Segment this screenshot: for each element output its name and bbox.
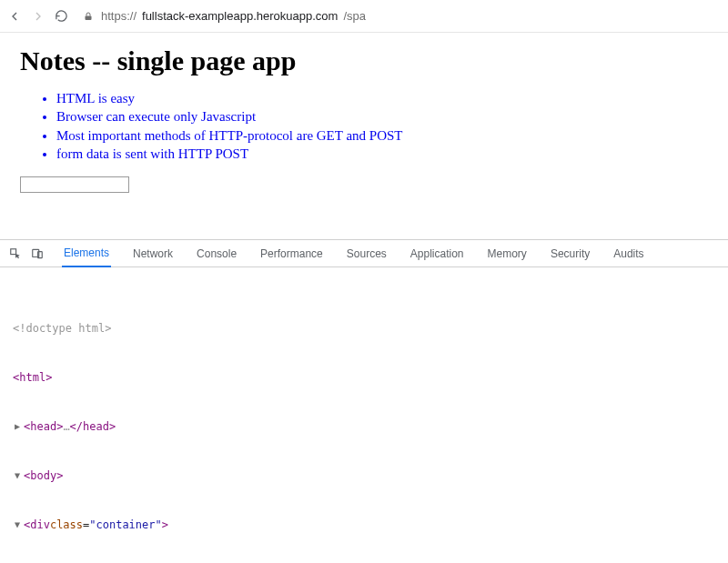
reload-icon[interactable] (55, 9, 68, 23)
devtools-toolbar: Elements Network Console Performance Sou… (0, 240, 728, 267)
tab-performance[interactable]: Performance (258, 240, 325, 267)
svg-rect-1 (11, 248, 16, 254)
page-title: Notes -- single page app (20, 45, 713, 76)
tab-security[interactable]: Security (549, 240, 592, 267)
note-input[interactable] (20, 176, 129, 193)
tab-sources[interactable]: Sources (345, 240, 389, 267)
dom-doctype: <!doctype html> (13, 320, 111, 337)
tab-audits[interactable]: Audits (612, 240, 645, 267)
notes-list: HTML is easy Browser can execute only Ja… (20, 89, 713, 163)
lock-icon (83, 11, 94, 22)
list-item: Browser can execute only Javascript (56, 107, 713, 126)
url-scheme: https:// (101, 9, 136, 23)
url-path: /spa (343, 9, 366, 23)
browser-toolbar: https://fullstack-exampleapp.herokuapp.c… (0, 0, 728, 33)
device-toggle-icon[interactable] (31, 247, 44, 260)
dom-tree[interactable]: ⋯ <!doctype html> <html> ▶<head>…</head>… (0, 267, 728, 563)
url-host: fullstack-exampleapp.herokuapp.com (142, 9, 338, 23)
devtools-panel: Elements Network Console Performance Sou… (0, 239, 728, 563)
tab-memory[interactable]: Memory (486, 240, 529, 267)
inspect-icon[interactable] (9, 247, 22, 260)
devtools-tabs: Elements Network Console Performance Sou… (62, 240, 646, 267)
list-item: HTML is easy (56, 89, 713, 107)
tab-console[interactable]: Console (195, 240, 238, 267)
tab-network[interactable]: Network (131, 240, 175, 267)
address-bar[interactable]: https://fullstack-exampleapp.herokuapp.c… (77, 9, 721, 23)
list-item: Most important methods of HTTP-protocol … (56, 126, 713, 145)
back-icon[interactable] (7, 9, 22, 24)
tab-elements[interactable]: Elements (62, 240, 111, 267)
svg-rect-0 (86, 15, 92, 20)
list-item: form data is sent with HTTP POST (56, 145, 713, 163)
page-viewport: Notes -- single page app HTML is easy Br… (0, 33, 728, 239)
forward-icon (31, 9, 46, 24)
tab-application[interactable]: Application (409, 240, 466, 267)
